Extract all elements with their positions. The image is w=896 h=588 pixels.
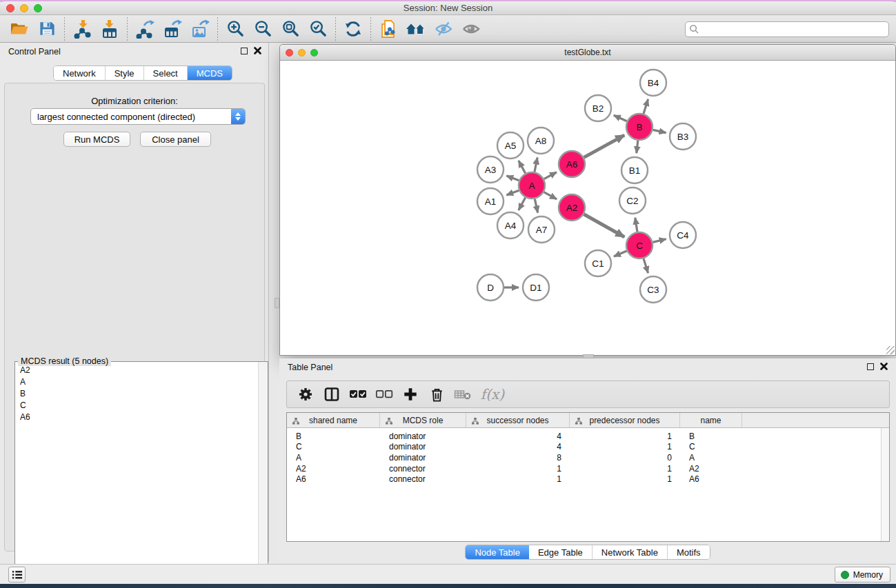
network-close-button[interactable]: [286, 49, 293, 57]
table-cell: 0: [570, 453, 680, 463]
column-header-predecessor-nodes[interactable]: predecessor nodes: [570, 413, 680, 427]
graph-node-A8[interactable]: A8: [528, 128, 554, 154]
mcds-result-list[interactable]: A2ABCA6: [16, 364, 257, 588]
zoom-out-button[interactable]: [249, 17, 277, 41]
import-table-button[interactable]: [96, 17, 123, 41]
network-minimize-button[interactable]: [298, 49, 306, 57]
zoom-window-button[interactable]: [34, 4, 42, 12]
table-row[interactable]: Bdominator41B: [287, 431, 889, 442]
clone-network-button[interactable]: [375, 17, 402, 41]
table-cell: B: [287, 432, 380, 441]
float-panel-icon[interactable]: [241, 48, 248, 54]
graph-node-C3[interactable]: C3: [640, 276, 666, 303]
table-tab-motifs[interactable]: Motifs: [668, 545, 710, 559]
graph-node-B[interactable]: B: [626, 114, 653, 140]
run-mcds-button[interactable]: Run MCDS: [63, 132, 130, 147]
network-window-title: testGlobe.txt: [280, 48, 895, 57]
unchecked-boxes-icon: [375, 389, 393, 400]
table-row[interactable]: A6connector11A6: [287, 474, 889, 485]
tab-select[interactable]: Select: [144, 66, 188, 80]
graph-node-A2[interactable]: A2: [559, 194, 585, 221]
network-zoom-button[interactable]: [310, 49, 318, 57]
graph-node-C4[interactable]: C4: [670, 222, 696, 248]
table-row[interactable]: A2connector11A2: [287, 463, 889, 474]
table-tabs: Node TableEdge TableNetwork TableMotifs: [465, 545, 710, 560]
export-network-button[interactable]: [131, 17, 159, 41]
graph-node-B2[interactable]: B2: [585, 95, 611, 121]
graph-node-C2[interactable]: C2: [619, 187, 646, 214]
node-label: B: [636, 122, 642, 132]
column-browser-button[interactable]: [319, 383, 345, 405]
export-image-button[interactable]: [186, 17, 214, 41]
function-builder-button[interactable]: f(x): [476, 383, 509, 405]
close-panel-icon[interactable]: [254, 47, 261, 54]
table-row[interactable]: Adominator80A: [287, 452, 889, 463]
select-all-columns-button[interactable]: [345, 383, 371, 405]
result-scrollbar[interactable]: [258, 362, 268, 588]
zoom-selected-button[interactable]: [304, 17, 332, 41]
deselect-all-columns-button[interactable]: [371, 383, 397, 405]
show-graphics-details-button[interactable]: [457, 17, 485, 41]
search-input[interactable]: [699, 23, 888, 36]
graph-node-B3[interactable]: B3: [670, 123, 696, 150]
window-resize-grip[interactable]: [886, 346, 895, 354]
tab-mcds[interactable]: MCDS: [188, 66, 232, 80]
create-column-button[interactable]: [397, 383, 424, 405]
delete-table-button[interactable]: [450, 383, 476, 405]
tab-style[interactable]: Style: [106, 66, 144, 80]
table-settings-button[interactable]: [292, 383, 319, 405]
close-panel-button[interactable]: Close panel: [140, 132, 211, 147]
node-table: shared nameMCDS rolesuccessor nodesprede…: [286, 412, 890, 542]
column-header-shared-name[interactable]: shared name: [287, 413, 380, 427]
edge-C-C4: [653, 239, 666, 243]
zoom-fit-button[interactable]: [277, 17, 304, 41]
open-session-button[interactable]: [6, 17, 33, 41]
memory-button[interactable]: Memory: [835, 567, 890, 582]
table-tab-network-table[interactable]: Network Table: [593, 545, 668, 559]
float-table-panel-icon[interactable]: [867, 363, 874, 370]
sort-hierarchy-icon: [472, 417, 479, 427]
import-network-button[interactable]: [68, 17, 96, 41]
graph-node-A5[interactable]: A5: [497, 132, 524, 159]
edge-C-C3: [644, 258, 648, 273]
close-window-button[interactable]: [6, 4, 14, 12]
refresh-view-button[interactable]: [339, 17, 367, 41]
tab-network[interactable]: Network: [54, 66, 106, 80]
vertical-splitter-handle[interactable]: [275, 298, 279, 308]
delete-column-button[interactable]: [424, 383, 450, 405]
graph-node-A1[interactable]: A1: [477, 188, 504, 214]
graph-node-C1[interactable]: C1: [585, 250, 611, 276]
graph-node-A6[interactable]: A6: [559, 151, 585, 177]
graph-node-A3[interactable]: A3: [477, 156, 504, 183]
zoom-in-button[interactable]: [221, 17, 249, 41]
graph-node-A4[interactable]: A4: [497, 212, 524, 239]
node-label: A6: [566, 159, 578, 170]
table-scrollbar[interactable]: [881, 428, 889, 541]
app-title: Session: New Session: [0, 3, 896, 13]
column-header-name[interactable]: name: [680, 413, 742, 427]
export-table-button[interactable]: [159, 17, 186, 41]
save-session-button[interactable]: [33, 17, 61, 41]
column-header-successor-nodes[interactable]: successor nodes: [466, 413, 570, 427]
optimization-criterion-dropdown[interactable]: largest connected component (directed): [30, 108, 246, 125]
table-cell: C: [287, 442, 380, 452]
task-history-button[interactable]: [8, 567, 26, 582]
graph-node-B1[interactable]: B1: [621, 157, 648, 183]
close-table-panel-icon[interactable]: [880, 363, 888, 370]
graph-node-D1[interactable]: D1: [523, 274, 549, 301]
table-tab-node-table[interactable]: Node Table: [466, 545, 529, 559]
table-row[interactable]: Cdominator41C: [287, 442, 889, 453]
graph-node-A7[interactable]: A7: [528, 216, 555, 243]
network-canvas[interactable]: A5A8A3AA1A4A7A6A2B2B4BB3B1C2CC4C1C3DD1: [280, 61, 895, 355]
home-layout-button[interactable]: [402, 17, 430, 41]
graph-node-C[interactable]: C: [626, 232, 653, 258]
hide-graphics-details-button[interactable]: [430, 17, 457, 41]
save-icon: [38, 19, 57, 38]
graph-node-B4[interactable]: B4: [640, 70, 666, 96]
graph-node-A[interactable]: A: [519, 172, 545, 199]
minimize-window-button[interactable]: [20, 4, 28, 12]
graph-node-D[interactable]: D: [477, 274, 504, 301]
control-panel: Control Panel NetworkStyleSelectMCDS Opt…: [0, 43, 269, 562]
column-header-MCDS-role[interactable]: MCDS role: [380, 413, 466, 427]
table-tab-edge-table[interactable]: Edge Table: [529, 545, 593, 559]
